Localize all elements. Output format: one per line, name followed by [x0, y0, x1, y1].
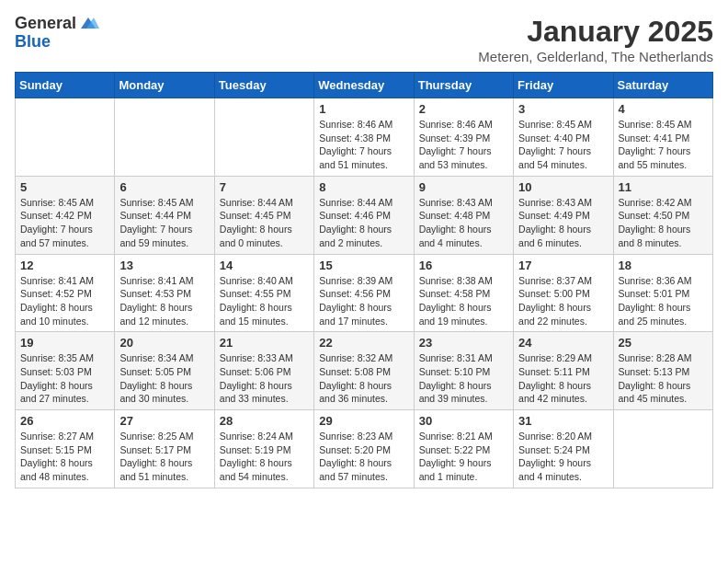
day-of-week-header: Tuesday [214, 73, 313, 98]
day-info: Sunrise: 8:45 AM Sunset: 4:44 PM Dayligh… [119, 196, 209, 250]
day-info: Sunrise: 8:45 AM Sunset: 4:40 PM Dayligh… [518, 118, 608, 172]
calendar-cell: 5Sunrise: 8:45 AM Sunset: 4:42 PM Daylig… [16, 176, 115, 254]
logo-icon [79, 16, 99, 30]
day-info: Sunrise: 8:27 AM Sunset: 5:15 PM Dayligh… [20, 430, 109, 484]
calendar-cell: 28Sunrise: 8:24 AM Sunset: 5:19 PM Dayli… [214, 410, 313, 488]
calendar-cell: 12Sunrise: 8:41 AM Sunset: 4:52 PM Dayli… [16, 254, 115, 332]
day-number: 30 [419, 414, 508, 428]
day-info: Sunrise: 8:46 AM Sunset: 4:39 PM Dayligh… [419, 118, 508, 172]
day-number: 12 [20, 259, 109, 272]
day-number: 3 [518, 102, 608, 116]
calendar-cell: 3Sunrise: 8:45 AM Sunset: 4:40 PM Daylig… [514, 98, 613, 177]
day-info: Sunrise: 8:39 AM Sunset: 4:56 PM Dayligh… [319, 274, 408, 328]
day-info: Sunrise: 8:24 AM Sunset: 5:19 PM Dayligh… [220, 430, 309, 484]
day-number: 8 [319, 180, 408, 194]
day-number: 5 [20, 180, 109, 194]
calendar-cell: 31Sunrise: 8:20 AM Sunset: 5:24 PM Dayli… [514, 410, 613, 488]
day-info: Sunrise: 8:31 AM Sunset: 5:10 PM Dayligh… [419, 351, 508, 406]
day-info: Sunrise: 8:29 AM Sunset: 5:11 PM Dayligh… [518, 351, 608, 406]
month-title: January 2025 [478, 15, 713, 49]
day-info: Sunrise: 8:43 AM Sunset: 4:48 PM Dayligh… [419, 196, 508, 250]
calendar-cell: 7Sunrise: 8:44 AM Sunset: 4:45 PM Daylig… [214, 176, 313, 254]
calendar-cell: 17Sunrise: 8:37 AM Sunset: 5:00 PM Dayli… [514, 254, 613, 332]
day-number: 7 [220, 180, 309, 194]
day-number: 18 [619, 259, 708, 272]
day-number: 16 [419, 259, 508, 272]
calendar-cell: 18Sunrise: 8:36 AM Sunset: 5:01 PM Dayli… [613, 254, 712, 332]
day-of-week-header: Saturday [613, 73, 712, 98]
day-info: Sunrise: 8:41 AM Sunset: 4:53 PM Dayligh… [119, 274, 209, 328]
calendar-cell: 19Sunrise: 8:35 AM Sunset: 5:03 PM Dayli… [16, 332, 115, 410]
day-number: 22 [319, 336, 408, 350]
day-number: 28 [220, 414, 309, 428]
day-of-week-header: Friday [514, 73, 613, 98]
calendar-cell: 14Sunrise: 8:40 AM Sunset: 4:55 PM Dayli… [214, 254, 313, 332]
day-number: 11 [619, 180, 708, 194]
day-number: 25 [619, 336, 708, 350]
calendar-cell: 16Sunrise: 8:38 AM Sunset: 4:58 PM Dayli… [414, 254, 513, 332]
day-info: Sunrise: 8:38 AM Sunset: 4:58 PM Dayligh… [419, 274, 508, 328]
day-info: Sunrise: 8:45 AM Sunset: 4:42 PM Dayligh… [20, 196, 109, 250]
calendar-week-row: 19Sunrise: 8:35 AM Sunset: 5:03 PM Dayli… [16, 332, 713, 410]
day-number: 1 [319, 102, 408, 116]
day-number: 29 [319, 414, 408, 428]
calendar-cell: 26Sunrise: 8:27 AM Sunset: 5:15 PM Dayli… [16, 410, 115, 488]
day-info: Sunrise: 8:32 AM Sunset: 5:08 PM Dayligh… [319, 351, 408, 406]
calendar-cell: 30Sunrise: 8:21 AM Sunset: 5:22 PM Dayli… [414, 410, 513, 488]
calendar-cell: 24Sunrise: 8:29 AM Sunset: 5:11 PM Dayli… [514, 332, 613, 410]
day-number: 13 [119, 259, 209, 272]
calendar-cell: 23Sunrise: 8:31 AM Sunset: 5:10 PM Dayli… [414, 332, 513, 410]
calendar-cell: 21Sunrise: 8:33 AM Sunset: 5:06 PM Dayli… [214, 332, 313, 410]
day-number: 21 [220, 336, 309, 350]
calendar-week-row: 12Sunrise: 8:41 AM Sunset: 4:52 PM Dayli… [16, 254, 713, 332]
calendar-cell: 8Sunrise: 8:44 AM Sunset: 4:46 PM Daylig… [314, 176, 414, 254]
calendar-cell: 1Sunrise: 8:46 AM Sunset: 4:38 PM Daylig… [314, 98, 414, 177]
calendar-cell: 9Sunrise: 8:43 AM Sunset: 4:48 PM Daylig… [414, 176, 513, 254]
day-number: 15 [319, 259, 408, 272]
day-of-week-header: Sunday [16, 73, 115, 98]
day-number: 6 [119, 180, 209, 194]
day-number: 31 [518, 414, 608, 428]
day-info: Sunrise: 8:44 AM Sunset: 4:45 PM Dayligh… [220, 196, 309, 250]
calendar-cell: 29Sunrise: 8:23 AM Sunset: 5:20 PM Dayli… [314, 410, 414, 488]
location-subtitle: Meteren, Gelderland, The Netherlands [478, 49, 713, 64]
calendar-cell: 10Sunrise: 8:43 AM Sunset: 4:49 PM Dayli… [514, 176, 613, 254]
logo: General Blue [15, 15, 99, 52]
calendar-week-row: 26Sunrise: 8:27 AM Sunset: 5:15 PM Dayli… [16, 410, 713, 488]
page-header: General Blue January 2025 Meteren, Gelde… [15, 15, 713, 64]
day-number: 9 [419, 180, 508, 194]
day-info: Sunrise: 8:43 AM Sunset: 4:49 PM Dayligh… [518, 196, 608, 250]
calendar-cell: 25Sunrise: 8:28 AM Sunset: 5:13 PM Dayli… [613, 332, 712, 410]
day-of-week-header: Wednesday [314, 73, 414, 98]
day-info: Sunrise: 8:41 AM Sunset: 4:52 PM Dayligh… [20, 274, 109, 328]
day-info: Sunrise: 8:37 AM Sunset: 5:00 PM Dayligh… [518, 274, 608, 328]
day-number: 10 [518, 180, 608, 194]
calendar-cell: 2Sunrise: 8:46 AM Sunset: 4:39 PM Daylig… [414, 98, 513, 177]
calendar-week-row: 5Sunrise: 8:45 AM Sunset: 4:42 PM Daylig… [16, 176, 713, 254]
calendar-cell [214, 98, 313, 177]
calendar-header-row: SundayMondayTuesdayWednesdayThursdayFrid… [16, 73, 713, 98]
day-info: Sunrise: 8:36 AM Sunset: 5:01 PM Dayligh… [619, 274, 708, 328]
day-number: 19 [20, 336, 109, 350]
day-info: Sunrise: 8:45 AM Sunset: 4:41 PM Dayligh… [619, 118, 708, 172]
day-number: 20 [119, 336, 209, 350]
logo-general-text: General [15, 15, 76, 33]
day-number: 4 [619, 102, 708, 116]
day-info: Sunrise: 8:42 AM Sunset: 4:50 PM Dayligh… [619, 196, 708, 250]
day-of-week-header: Thursday [414, 73, 513, 98]
day-info: Sunrise: 8:20 AM Sunset: 5:24 PM Dayligh… [518, 430, 608, 484]
calendar-cell: 15Sunrise: 8:39 AM Sunset: 4:56 PM Dayli… [314, 254, 414, 332]
calendar-cell: 6Sunrise: 8:45 AM Sunset: 4:44 PM Daylig… [115, 176, 214, 254]
day-info: Sunrise: 8:33 AM Sunset: 5:06 PM Dayligh… [220, 351, 309, 406]
day-number: 26 [20, 414, 109, 428]
day-number: 27 [119, 414, 209, 428]
title-block: January 2025 Meteren, Gelderland, The Ne… [478, 15, 713, 64]
calendar-cell [613, 410, 712, 488]
calendar-table: SundayMondayTuesdayWednesdayThursdayFrid… [15, 72, 713, 488]
calendar-cell: 11Sunrise: 8:42 AM Sunset: 4:50 PM Dayli… [613, 176, 712, 254]
calendar-cell [115, 98, 214, 177]
day-info: Sunrise: 8:44 AM Sunset: 4:46 PM Dayligh… [319, 196, 408, 250]
day-number: 2 [419, 102, 508, 116]
day-info: Sunrise: 8:21 AM Sunset: 5:22 PM Dayligh… [419, 430, 508, 484]
calendar-cell: 13Sunrise: 8:41 AM Sunset: 4:53 PM Dayli… [115, 254, 214, 332]
